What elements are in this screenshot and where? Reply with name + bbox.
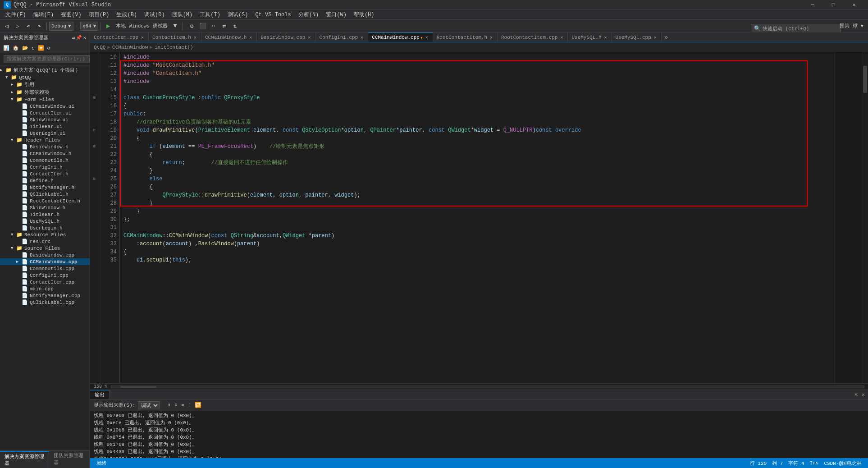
se-tb1[interactable]: 📊	[2, 44, 11, 52]
config-dropdown[interactable]: Debug ▼	[49, 22, 73, 31]
status-col[interactable]: 列 7	[769, 458, 786, 468]
status-encoding[interactable]: CSDN·@国电之林	[821, 458, 864, 468]
bc-method[interactable]: initContact()	[155, 45, 193, 50]
code-line-31[interactable]	[120, 224, 835, 232]
tab-basicwindow-cpp[interactable]: BasicWindow.cpp✕	[257, 32, 315, 42]
tab-close-btn[interactable]: ✕	[603, 34, 608, 41]
menu-item-v[interactable]: 视图(V)	[57, 10, 85, 20]
out-tb5[interactable]: 🔁	[193, 401, 203, 409]
tree-item-19[interactable]: 📄RootContactItem.h	[0, 197, 90, 204]
tree-item-33[interactable]: 📄NotifyManager.cpp	[0, 292, 90, 299]
code-line-17[interactable]: public:	[120, 110, 835, 118]
tree-item-16[interactable]: 📄define.h	[0, 177, 90, 184]
code-line-28[interactable]: }	[120, 199, 835, 207]
code-content[interactable]: #include #include "RootContactItem.h"#in…	[120, 52, 835, 383]
tb-back-button[interactable]: ◁	[2, 21, 12, 31]
tree-item-0[interactable]: ▶📁解决方案'QtQQ'(1 个项目)	[0, 66, 90, 74]
tab-close-btn[interactable]: ✕	[559, 34, 564, 41]
code-line-15[interactable]: class CustomProxyStyle :public QProxySty…	[120, 94, 835, 102]
code-line-14[interactable]	[120, 86, 835, 94]
se-tb3[interactable]: 📂	[21, 44, 30, 52]
tab-overflow-btn[interactable]: »	[662, 32, 671, 42]
tree-item-1[interactable]: ▼📁QtQQ	[0, 74, 90, 81]
tree-item-12[interactable]: 📄CCMainWindow.h	[0, 150, 90, 157]
horizontal-scrollbar[interactable]	[111, 385, 864, 388]
code-line-23[interactable]: return; //直接返回不进行任何绘制操作	[120, 159, 835, 167]
tree-item-25[interactable]: 📄res.qrc	[0, 238, 90, 245]
se-bottom-tab-团队资源管理器[interactable]: 团队资源管理器	[49, 451, 90, 468]
vertical-scrollbar[interactable]	[862, 52, 868, 383]
out-tb2[interactable]: ⬇	[173, 401, 179, 409]
tb-misc1[interactable]: ⚙	[187, 21, 197, 31]
panel-close-btn[interactable]: ✕	[860, 391, 866, 398]
tab-close-btn[interactable]: ✕	[248, 34, 253, 41]
code-line-19[interactable]: void drawPrimitive(PrimitiveElement elem…	[120, 126, 835, 134]
se-bottom-tab-解决方案资源管理器[interactable]: 解决方案资源管理器	[0, 451, 49, 468]
tab-contactitem-h[interactable]: ContactItem.h✕	[149, 32, 201, 42]
tree-item-8[interactable]: 📄TitleBar.ui	[0, 123, 90, 130]
out-tb3[interactable]: ✕	[180, 401, 186, 409]
tab-close-btn[interactable]: ✕	[653, 34, 658, 41]
tree-item-4[interactable]: ▼📁Form Files	[0, 96, 90, 103]
tab-close-btn[interactable]: ✕	[140, 34, 145, 41]
code-line-25[interactable]: else	[120, 175, 835, 183]
menu-item-e[interactable]: 编辑(E)	[30, 10, 58, 20]
minimize-button[interactable]: ─	[802, 0, 823, 10]
tree-item-32[interactable]: 📄main.cpp	[0, 285, 90, 292]
tree-item-20[interactable]: 📄SkinWindow.h	[0, 204, 90, 211]
close-button[interactable]: ✕	[844, 0, 864, 10]
code-line-26[interactable]: {	[120, 183, 835, 191]
menu-item-w[interactable]: 窗口(W)	[322, 10, 350, 20]
code-line-20[interactable]: {	[120, 134, 835, 142]
se-tb2[interactable]: 🏠	[11, 44, 20, 52]
tree-expand-icon[interactable]: ▼	[11, 138, 16, 142]
menu-item-h[interactable]: 帮助(H)	[350, 10, 378, 20]
tb-misc4[interactable]: ⇄	[219, 21, 229, 31]
tab-rootcontactitem-h[interactable]: RootContactItem.h✕	[433, 32, 498, 42]
tab-close-btn[interactable]: ✕	[193, 34, 197, 41]
tree-item-29[interactable]: 📄CommonUtils.cpp	[0, 265, 90, 272]
status-mode[interactable]: Ins	[807, 458, 822, 468]
code-line-13[interactable]: #include	[120, 78, 835, 86]
se-sync-btn[interactable]: ⇄	[72, 35, 75, 41]
status-line[interactable]: 行 120	[747, 458, 769, 468]
tab-ccmainwindow-h[interactable]: CCMainWindow.h✕	[201, 32, 257, 42]
panel-float-btn[interactable]: ⇱	[854, 391, 859, 398]
bc-project[interactable]: QtQQ	[94, 45, 105, 50]
tree-expand-icon[interactable]: ▼	[5, 75, 11, 80]
code-line-34[interactable]: {	[120, 248, 835, 256]
tab-usemysql-cpp[interactable]: UseMySQL.cpp✕	[612, 32, 662, 42]
tree-item-13[interactable]: 📄CommonUtils.h	[0, 157, 90, 164]
tree-expand-icon[interactable]: ▼	[11, 233, 16, 237]
maximize-button[interactable]: □	[823, 0, 844, 10]
se-tb6[interactable]: ⚙	[46, 44, 52, 52]
output-source-select[interactable]: 调试	[138, 401, 160, 409]
tree-item-17[interactable]: 📄NotifyManager.h	[0, 184, 90, 191]
code-line-12[interactable]: #include "ContactItem.h"	[120, 69, 835, 78]
code-line-24[interactable]: }	[120, 167, 835, 175]
tree-item-10[interactable]: ▼📁Header Files	[0, 137, 90, 143]
tree-item-7[interactable]: 📄SkinWindow.ui	[0, 116, 90, 123]
code-line-33[interactable]: :account(account) ,BasicWindow(parent)	[120, 240, 835, 248]
tree-item-9[interactable]: 📄UserLogin.ui	[0, 130, 90, 137]
tab-close-btn[interactable]: ✕	[360, 34, 364, 41]
code-line-21[interactable]: if (element == PE_FrameFocusRect) //绘制元素…	[120, 142, 835, 151]
menu-item-s[interactable]: 测试(S)	[224, 10, 252, 20]
menu-item-p[interactable]: 项目(P)	[85, 10, 113, 20]
status-ready[interactable]: 就绪	[94, 458, 109, 468]
code-line-29[interactable]: }	[120, 207, 835, 216]
tree-item-15[interactable]: 📄ContactItem.h	[0, 170, 90, 177]
menu-item-b[interactable]: 生成(B)	[113, 10, 141, 20]
tree-item-23[interactable]: 📄UserLogin.h	[0, 225, 90, 231]
tab-rootcontactitem-cpp[interactable]: RootContactItem.cpp✕	[498, 32, 568, 42]
code-line-35[interactable]: ui.setupUi(this);	[120, 256, 835, 264]
se-tb4[interactable]: ↻	[30, 44, 36, 52]
menu-item-t[interactable]: 工具(T)	[196, 10, 224, 20]
tree-expand-icon[interactable]: ▶	[11, 90, 16, 95]
tree-item-34[interactable]: 📄QClickLabel.cpp	[0, 299, 90, 306]
tree-item-31[interactable]: 📄ContactItem.cpp	[0, 279, 90, 285]
bc-file[interactable]: CCMainWindow	[112, 45, 148, 50]
status-char[interactable]: 字符 4	[786, 458, 807, 468]
tree-item-5[interactable]: 📄CCMainWindow.ui	[0, 103, 90, 110]
se-search-input[interactable]	[4, 55, 90, 63]
